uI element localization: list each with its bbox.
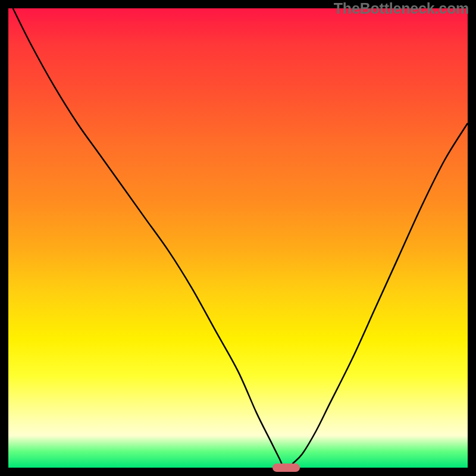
chart-container: TheBottleneck.com	[0, 0, 476, 476]
optimal-marker	[273, 464, 300, 472]
bottleneck-curve	[0, 0, 476, 476]
